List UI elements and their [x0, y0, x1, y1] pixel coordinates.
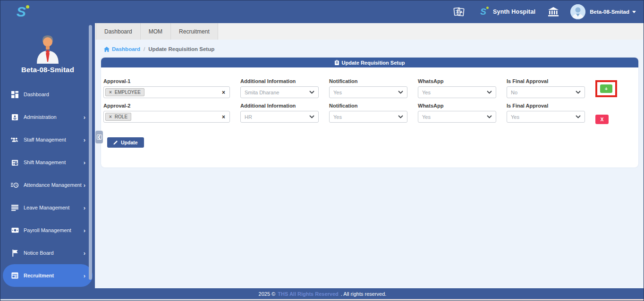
chip-remove-icon[interactable]: × — [109, 114, 112, 119]
caret-down-icon — [632, 11, 636, 13]
notification-label: Notification — [329, 103, 407, 109]
svg-text:文: 文 — [455, 9, 459, 14]
sidebar-item-notice-board[interactable]: Notice Board › — [0, 242, 95, 264]
selected-chip: × EMPLOYEE — [105, 88, 144, 96]
brand-dot-icon — [26, 5, 29, 8]
sidebar-item-recruitment[interactable]: Recruitment › — [3, 264, 93, 287]
chevron-down-icon — [487, 91, 492, 94]
notification-select[interactable]: Yes — [329, 111, 407, 123]
approval-2-multiselect[interactable]: × ROLE × — [103, 111, 230, 123]
is-final-approval-select[interactable]: Yes — [507, 111, 585, 123]
chevron-right-icon: › — [84, 136, 85, 143]
staff-group-icon — [11, 136, 19, 143]
user-avatar[interactable] — [570, 4, 585, 19]
home-icon — [104, 47, 110, 52]
chevron-down-icon — [398, 91, 403, 94]
tab-bar: Dashboard MOM Recruitment — [95, 23, 644, 40]
chevron-right-icon: › — [84, 204, 85, 211]
payroll-money-icon — [11, 227, 19, 233]
update-requisition-panel: Update Requisition Setup Approval-1 × EM… — [101, 58, 638, 167]
shift-calendar-icon — [11, 159, 19, 166]
approval-row-1: Approval-1 × EMPLOYEE × Additional Infor… — [103, 78, 632, 98]
sidebar: Beta-08-Smitad Dashboard Administration … — [0, 23, 95, 289]
approval-1-multiselect[interactable]: × EMPLOYEE × — [103, 86, 230, 98]
breadcrumb-separator: / — [144, 46, 145, 52]
sidebar-item-payroll-management[interactable]: Payroll Management › — [0, 219, 95, 242]
leave-list-icon — [11, 205, 19, 211]
additional-info-label: Additional Information — [240, 78, 319, 84]
notification-select[interactable]: Yes — [329, 86, 407, 98]
chip-remove-icon[interactable]: × — [109, 90, 112, 95]
sidebar-item-administration[interactable]: Administration › — [0, 106, 95, 128]
attendance-clock-icon — [11, 182, 19, 189]
remove-row-button[interactable]: X — [595, 115, 609, 124]
approval-row-2: Approval-2 × ROLE × Additional Informati… — [103, 103, 632, 124]
approval-1-label: Approval-1 — [103, 78, 230, 84]
additional-info-select[interactable]: HR — [240, 111, 319, 123]
sidebar-collapse-toggle[interactable]: ❮ — [95, 131, 103, 143]
tab-recruitment[interactable]: Recruitment — [171, 23, 218, 40]
is-final-approval-label: Is Final Approval — [507, 78, 585, 84]
dashboard-grid-icon — [11, 91, 19, 98]
chevron-down-icon — [576, 115, 581, 118]
chevron-down-icon — [309, 91, 314, 94]
sidebar-item-shift-management[interactable]: Shift Management › — [0, 151, 95, 174]
sidebar-item-leave-management[interactable]: Leave Management › — [0, 196, 95, 219]
institution-icon[interactable] — [548, 7, 559, 17]
hospital-name: Synth Hospital — [493, 8, 535, 15]
clear-selection-icon[interactable]: × — [222, 90, 225, 95]
pencil-icon — [113, 140, 118, 145]
breadcrumb-home-link[interactable]: Dashboard — [104, 46, 140, 52]
selected-chip: × ROLE — [105, 113, 131, 121]
brand-logo[interactable]: S — [17, 5, 26, 19]
whatsapp-select[interactable]: Yes — [418, 86, 496, 98]
footer-rights: . All rights reserved. — [341, 291, 387, 297]
sidebar-menu: Dashboard Administration › Staff Managem… — [0, 83, 95, 287]
highlight-box: + — [595, 80, 617, 97]
sidebar-scrollbar[interactable] — [89, 25, 92, 280]
chevron-right-icon: › — [84, 182, 85, 189]
tab-mom[interactable]: MOM — [141, 23, 171, 40]
sidebar-item-staff-management[interactable]: Staff Management › — [0, 128, 95, 151]
sidebar-user-name: Beta-08-Smitad — [0, 66, 95, 74]
brand-small-logo[interactable]: S — [480, 7, 486, 17]
chevron-right-icon: › — [84, 250, 85, 257]
chevron-right-icon: › — [84, 227, 85, 234]
chevron-down-icon — [487, 115, 492, 118]
footer: 2025 © THS All Rights Reserved . All rig… — [0, 288, 644, 299]
clear-selection-icon[interactable]: × — [222, 114, 225, 120]
footer-link[interactable]: THS All Rights Reserved — [278, 291, 339, 297]
whatsapp-select[interactable]: Yes — [418, 111, 496, 123]
chevron-right-icon: › — [84, 159, 85, 166]
add-row-button[interactable]: + — [600, 84, 612, 93]
chevron-right-icon: › — [84, 114, 85, 121]
approval-2-label: Approval-2 — [103, 103, 230, 109]
panel-header: Update Requisition Setup — [101, 58, 638, 67]
is-final-approval-select[interactable]: No — [507, 86, 585, 98]
chevron-right-icon: › — [84, 272, 85, 279]
tab-dashboard[interactable]: Dashboard — [96, 23, 141, 40]
whatsapp-label: WhatsApp — [418, 78, 496, 84]
clipboard-icon — [335, 60, 339, 65]
breadcrumb: Dashboard / Update Requisition Setup — [104, 46, 644, 52]
window-edge — [0, 299, 644, 301]
whatsapp-label: WhatsApp — [418, 103, 496, 109]
sidebar-item-dashboard[interactable]: Dashboard — [0, 83, 95, 106]
is-final-approval-label: Is Final Approval — [507, 103, 585, 109]
topbar: S 文 A S Synth Hospital — [0, 0, 644, 23]
id-card-icon — [11, 114, 19, 121]
brand-small-dot-icon — [486, 7, 489, 9]
collapse-chevron-icon: ❮ — [97, 134, 102, 140]
content-area: Dashboard MOM Recruitment Dashboard / Up… — [95, 23, 644, 289]
sidebar-item-attendance-management[interactable]: Attendance Management › — [0, 174, 95, 196]
svg-text:A: A — [460, 10, 463, 14]
sidebar-avatar — [33, 33, 62, 64]
update-button[interactable]: Update — [107, 137, 144, 148]
additional-info-select[interactable]: Smita Dharane — [240, 86, 319, 98]
notice-flag-icon — [11, 250, 19, 257]
translate-icon[interactable]: 文 A — [453, 6, 465, 18]
recruitment-table-icon — [11, 272, 19, 279]
user-menu[interactable]: Beta-08-Smitad — [590, 9, 636, 15]
additional-info-label: Additional Information — [240, 103, 319, 109]
chevron-down-icon — [576, 91, 581, 94]
